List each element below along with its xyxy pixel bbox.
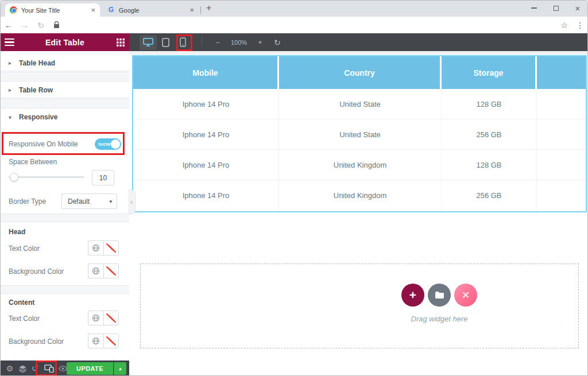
section-responsive[interactable]: ▾ Responsive — [1, 109, 129, 125]
reset-zoom-icon[interactable]: ↺ — [269, 38, 286, 47]
table-header-cell: Mobile — [133, 56, 279, 89]
color-swatch-button[interactable] — [103, 334, 119, 348]
settings-gear-icon[interactable]: ⚙ — [4, 361, 16, 376]
update-button[interactable]: UPDATE — [67, 362, 113, 375]
browser-titlebar: Your Site Title × G Google × + × — [1, 1, 587, 17]
head-bg-color-control — [88, 263, 119, 278]
section-gap — [1, 72, 129, 82]
update-options-caret[interactable]: ▲ — [114, 362, 126, 375]
table-cell: 256 GB — [442, 180, 537, 211]
panel-header: Edit Table — [1, 33, 129, 51]
tab-close-icon[interactable]: × — [91, 6, 95, 14]
preview-canvas: Mobile Country Storage Iphone 14 Pro Uni… — [129, 51, 588, 376]
chevron-right-icon: ▸ — [9, 87, 13, 93]
browser-tab-google[interactable]: G Google × — [103, 3, 199, 17]
drag-widget-zone[interactable]: + ✕ Drag widget here — [140, 263, 579, 348]
table-row: Iphone 14 Pro United State 256 GB — [133, 119, 586, 150]
table-cell: Iphone 14 Pro — [133, 89, 279, 119]
border-type-select[interactable]: Default ▾ — [61, 193, 117, 209]
section-gap — [1, 285, 129, 294]
mobile-mode-icon[interactable] — [174, 35, 191, 50]
section-table-row[interactable]: ▸ Table Row — [1, 82, 129, 98]
window-close-button[interactable]: × — [568, 1, 587, 15]
table-row: Iphone 14 Pro United Kingdom 128 GB — [133, 150, 586, 180]
forward-icon[interactable]: → — [17, 21, 33, 30]
global-color-button[interactable] — [88, 241, 103, 255]
history-icon[interactable]: ↺ — [29, 361, 41, 376]
window-minimize-button[interactable] — [524, 1, 544, 15]
panel-footer: ⚙ ↺ UPDATE ▲ — [1, 361, 129, 376]
site-favicon-icon — [10, 6, 17, 14]
color-swatch-button[interactable] — [103, 241, 119, 255]
responsive-mode-icon[interactable] — [41, 361, 57, 376]
head-bg-color-label: Background Color — [9, 268, 64, 276]
chevron-down-icon: ▾ — [9, 114, 13, 121]
table-header-cell: Storage — [442, 56, 537, 89]
desktop-mode-icon[interactable] — [140, 35, 157, 50]
table-cell: 128 GB — [442, 150, 537, 180]
table-cell: United Kingdom — [279, 150, 442, 180]
table-cell — [537, 89, 586, 119]
responsive-on-mobile-toggle[interactable]: SHOW — [95, 138, 121, 150]
canvas-top-strip — [129, 51, 588, 55]
content-text-color-control — [88, 311, 119, 325]
table-cell — [537, 180, 586, 211]
add-section-button[interactable]: + — [401, 284, 424, 307]
table-cell: United State — [279, 119, 442, 149]
section-label: Table Row — [19, 86, 53, 94]
tab-title: Your Site Title — [21, 7, 87, 14]
responsive-on-mobile-row: Responsive On Mobile SHOW — [1, 134, 129, 154]
navigator-layers-icon[interactable] — [17, 361, 28, 376]
table-row: Iphone 14 Pro United Kingdom 256 GB — [133, 180, 586, 211]
global-color-button[interactable] — [88, 311, 103, 325]
color-swatch-button[interactable] — [103, 311, 119, 325]
template-library-button[interactable] — [428, 284, 451, 307]
space-between-input[interactable]: 10 — [92, 170, 114, 185]
preview-region: − 100% + ↺ Mobile Country Storage Iphone… — [129, 33, 588, 376]
section-label: Responsive — [19, 113, 57, 121]
lock-icon — [53, 21, 60, 29]
zoom-out-icon[interactable]: − — [209, 38, 226, 46]
global-color-button[interactable] — [88, 263, 103, 278]
slider-handle[interactable] — [10, 173, 18, 181]
color-swatch-button[interactable] — [103, 263, 119, 278]
panel-collapse-handle[interactable]: ‹ — [128, 190, 136, 214]
widgets-grid-icon[interactable] — [112, 38, 129, 46]
bookmark-star-icon[interactable]: ☆ — [560, 21, 568, 30]
responsive-on-mobile-label: Responsive On Mobile — [9, 140, 78, 148]
space-between-label: Space Between — [9, 158, 57, 166]
zoom-in-icon[interactable]: + — [252, 38, 269, 46]
browser-menu-icon[interactable]: ⋮ — [576, 21, 584, 30]
table-cell — [537, 119, 586, 149]
tab-title: Google — [119, 7, 185, 14]
back-icon[interactable]: ← — [1, 21, 17, 30]
head-text-color-control — [88, 241, 119, 255]
tab-divider — [200, 6, 201, 14]
table-header-row: Mobile Country Storage — [133, 56, 586, 89]
toggle-state-label: SHOW — [98, 142, 110, 146]
browser-tab-site[interactable]: Your Site Title × — [5, 3, 100, 17]
section-label: Table Head — [19, 59, 55, 67]
new-tab-button[interactable]: + — [206, 3, 211, 13]
section-gap — [1, 99, 129, 108]
window-maximize-button[interactable] — [546, 1, 566, 15]
space-between-slider[interactable] — [9, 176, 84, 178]
tablet-mode-icon[interactable] — [157, 35, 174, 50]
address-bar[interactable]: ← → ↻ ☆ ⋮ — [1, 17, 587, 33]
select-value: Default — [68, 197, 90, 206]
tab-close-icon[interactable]: × — [189, 6, 194, 14]
border-type-label: Border Type — [9, 197, 46, 206]
close-section-button[interactable]: ✕ — [454, 284, 477, 307]
section-table-head[interactable]: ▸ Table Head — [1, 55, 129, 71]
elementor-panel: Edit Table ▸ Table Head ▸ Table Row ▾ Re… — [1, 33, 129, 376]
content-bg-color-control — [88, 334, 119, 348]
head-group-label: Head — [9, 228, 25, 236]
chevron-right-icon: ▸ — [9, 60, 13, 66]
hamburger-menu-icon[interactable] — [1, 38, 18, 46]
table-widget[interactable]: Mobile Country Storage Iphone 14 Pro Uni… — [132, 55, 587, 212]
global-color-button[interactable] — [88, 334, 103, 348]
content-bg-color-label: Background Color — [9, 338, 64, 346]
table-cell: United Kingdom — [279, 180, 442, 211]
chevron-down-icon: ▾ — [109, 199, 112, 204]
reload-icon[interactable]: ↻ — [33, 21, 49, 30]
